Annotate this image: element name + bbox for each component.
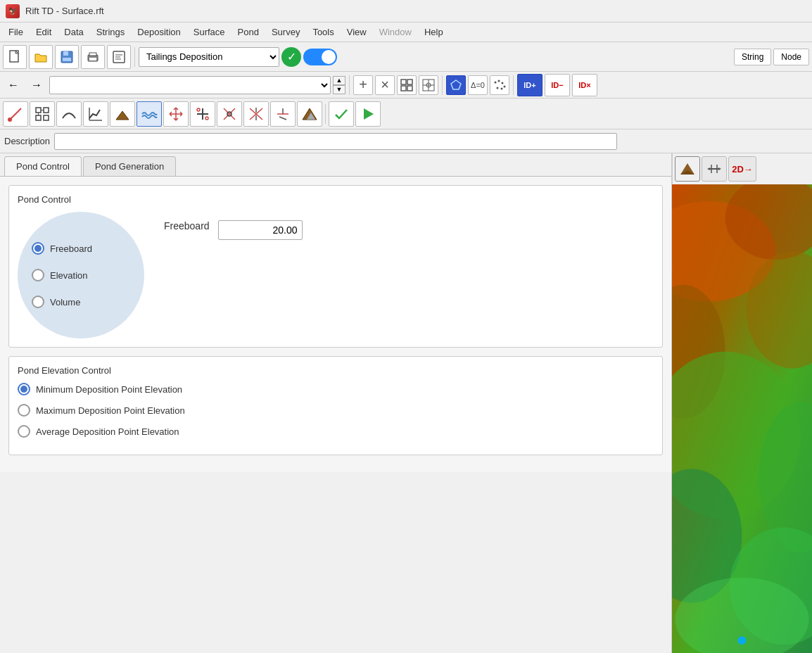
toggle-switch[interactable] [303, 49, 337, 65]
svg-marker-58 [707, 167, 710, 170]
dots-btn[interactable] [490, 75, 509, 95]
extend-tool[interactable] [190, 101, 215, 127]
freeboard-input[interactable] [218, 220, 303, 240]
point-tool[interactable] [3, 101, 28, 127]
menu-surface[interactable]: Surface [188, 25, 231, 39]
elev-radio-minimum-label: Minimum Deposition Point Elevation [36, 384, 182, 395]
window-title: Rift TD - Surface.rft [25, 6, 104, 16]
deposition-dropdown[interactable]: Tailings Deposition [139, 47, 279, 67]
pond-elevation-title: Pond Elevation Control [18, 365, 654, 376]
elev-radio-maximum-outer [18, 404, 30, 417]
string-button[interactable]: String [734, 49, 771, 65]
elev-radio-maximum[interactable]: Maximum Deposition Point Elevation [18, 404, 654, 417]
separator [134, 47, 135, 67]
clip-tool[interactable] [243, 101, 269, 127]
app-icon: 🦅 [6, 4, 20, 18]
nav-combo[interactable] [49, 76, 331, 94]
confirm-button[interactable]: ✓ [281, 47, 301, 67]
save-button[interactable] [55, 45, 79, 69]
elev-radio-average-outer [18, 425, 30, 438]
menu-window[interactable]: Window [374, 25, 417, 39]
add-icon-btn[interactable]: + [353, 75, 373, 95]
menu-view[interactable]: View [341, 25, 372, 39]
menu-edit[interactable]: Edit [30, 25, 57, 39]
elev-radio-minimum[interactable]: Minimum Deposition Point Elevation [18, 383, 654, 395]
remove-icon-btn[interactable]: × [375, 75, 395, 95]
spin-control[interactable]: ▲ ▼ [333, 76, 345, 94]
grid-btn[interactable] [397, 75, 417, 95]
open-button[interactable] [29, 45, 53, 69]
intersect-tool[interactable] [217, 101, 242, 127]
sep3 [442, 75, 443, 95]
description-input[interactable] [54, 133, 617, 150]
right-panel: 2D→ [671, 153, 812, 653]
grid2-btn[interactable] [419, 75, 438, 95]
svg-point-22 [502, 82, 504, 84]
id-add-btn[interactable]: ID+ [517, 74, 543, 96]
toggle-knob [322, 50, 336, 64]
split-tool[interactable] [270, 101, 296, 127]
print-button[interactable] [81, 45, 105, 69]
radio-circle: Freeboard Elevation Volume [18, 212, 144, 338]
menu-strings[interactable]: Strings [91, 25, 130, 39]
wave-tool[interactable] [137, 101, 162, 127]
accept-tool[interactable] [329, 101, 354, 127]
svg-line-26 [10, 108, 21, 120]
menu-file[interactable]: File [3, 25, 29, 39]
elev-radio-average-label: Average Deposition Point Elevation [36, 426, 179, 437]
elev-radio-average[interactable]: Average Deposition Point Elevation [18, 425, 654, 438]
svg-rect-28 [36, 108, 41, 113]
radio-freeboard[interactable]: Freeboard [32, 242, 92, 255]
svg-point-38 [197, 108, 200, 111]
menu-deposition[interactable]: Deposition [132, 25, 186, 39]
new-button[interactable] [3, 45, 27, 69]
profile-tool[interactable] [83, 101, 108, 127]
svg-rect-12 [407, 80, 412, 84]
run-tool[interactable] [355, 101, 381, 127]
tab-pond-generation[interactable]: Pond Generation [83, 156, 176, 176]
sep4 [513, 75, 514, 95]
section-btn[interactable] [702, 156, 727, 182]
tab-pond-control[interactable]: Pond Control [4, 156, 82, 176]
pond-control-box: Pond Control Freeboard [8, 185, 663, 348]
elev-radio-minimum-inner [20, 386, 27, 393]
svg-point-20 [495, 81, 497, 83]
svg-rect-31 [44, 115, 49, 120]
delta-btn[interactable]: Δ=0 [468, 75, 488, 95]
node-tool[interactable] [30, 101, 55, 127]
menu-data[interactable]: Data [58, 25, 89, 39]
node-button[interactable]: Node [773, 49, 809, 65]
terrain-3d-btn[interactable] [675, 156, 700, 182]
svg-point-21 [498, 80, 500, 82]
radio-freeboard-label: Freeboard [50, 243, 92, 254]
svg-point-39 [205, 117, 208, 120]
edit-button[interactable] [107, 45, 131, 69]
menu-tools[interactable]: Tools [307, 25, 339, 39]
svg-point-25 [497, 87, 499, 89]
radio-volume[interactable]: Volume [32, 296, 80, 308]
description-bar: Description [0, 129, 812, 153]
spin-up[interactable]: ▲ [333, 76, 345, 85]
2d-btn[interactable]: 2D→ [728, 156, 756, 182]
radio-volume-outer [32, 296, 44, 308]
polygon-btn[interactable] [446, 75, 466, 95]
svg-point-70 [738, 636, 747, 645]
id-cross-btn[interactable]: ID× [572, 74, 597, 96]
slope-tool[interactable] [110, 101, 135, 127]
forward-button[interactable]: → [26, 75, 47, 96]
svg-rect-13 [401, 86, 406, 91]
move-tool[interactable] [163, 101, 189, 127]
radio-elevation[interactable]: Elevation [32, 269, 87, 281]
freeboard-area: Freeboard [156, 212, 654, 248]
menu-pond[interactable]: Pond [232, 25, 265, 39]
mountain-tool[interactable] [297, 101, 322, 127]
curve-tool[interactable] [56, 101, 82, 127]
radio-freeboard-outer [32, 242, 44, 255]
spin-down[interactable]: ▼ [333, 85, 345, 94]
back-button[interactable]: ← [3, 75, 24, 96]
svg-rect-30 [36, 115, 41, 120]
right-toolbar: 2D→ [672, 153, 812, 184]
id-minus-btn[interactable]: ID− [545, 74, 570, 96]
menu-survey[interactable]: Survey [266, 25, 305, 39]
menu-help[interactable]: Help [419, 25, 449, 39]
